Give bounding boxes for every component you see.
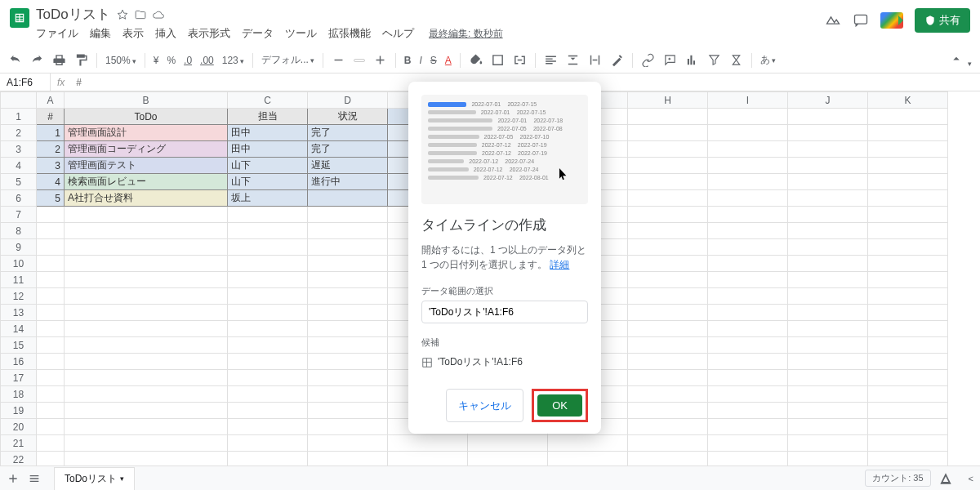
- cell[interactable]: 管理画面コーディング: [65, 141, 228, 158]
- cloud-icon[interactable]: [153, 9, 164, 20]
- menu-data[interactable]: データ: [242, 26, 274, 41]
- text-color-icon[interactable]: A: [445, 55, 452, 66]
- star-icon[interactable]: [117, 9, 128, 20]
- cell[interactable]: 田中: [228, 125, 308, 141]
- paint-format-icon[interactable]: [74, 53, 88, 67]
- cell[interactable]: 担当: [228, 109, 308, 125]
- cell[interactable]: 完了: [308, 141, 388, 158]
- add-sheet-icon[interactable]: [7, 472, 20, 485]
- formula-content[interactable]: #: [71, 77, 82, 88]
- filter-icon[interactable]: [707, 53, 721, 67]
- col-J[interactable]: J: [788, 92, 868, 109]
- cell[interactable]: 1: [37, 125, 65, 141]
- cancel-button[interactable]: キャンセル: [446, 389, 523, 422]
- col-A[interactable]: A: [37, 92, 65, 109]
- meet-icon[interactable]: [880, 12, 903, 29]
- toolbar-more-icon[interactable]: [949, 51, 972, 69]
- cell[interactable]: 検索画面レビュー: [65, 174, 228, 190]
- menu-ext[interactable]: 拡張機能: [328, 26, 371, 41]
- row-2[interactable]: 2: [1, 125, 37, 141]
- cell[interactable]: 2: [37, 141, 65, 158]
- cell[interactable]: 坂上: [228, 190, 308, 207]
- comment-icon[interactable]: [853, 12, 869, 29]
- col-C[interactable]: C: [228, 92, 308, 109]
- menu-insert[interactable]: 挿入: [155, 26, 176, 41]
- dec-decrease-icon[interactable]: .0: [184, 55, 192, 66]
- select-all-corner[interactable]: [1, 92, 37, 109]
- col-H[interactable]: H: [628, 92, 708, 109]
- chevron-down-icon[interactable]: ▾: [120, 474, 124, 483]
- font-size-dec-icon[interactable]: [332, 53, 345, 67]
- wrap-icon[interactable]: [588, 53, 602, 67]
- cell[interactable]: 3: [37, 158, 65, 174]
- strike-icon[interactable]: S: [430, 55, 437, 66]
- menu-format[interactable]: 表示形式: [188, 26, 230, 41]
- redo-icon[interactable]: [30, 53, 44, 67]
- col-I[interactable]: I: [708, 92, 788, 109]
- cell[interactable]: 4: [37, 174, 65, 190]
- name-box[interactable]: A1:F6: [0, 74, 51, 91]
- merge-icon[interactable]: [513, 53, 527, 67]
- font-select[interactable]: デフォル...: [261, 53, 314, 67]
- last-edit[interactable]: 最終編集: 数秒前: [429, 27, 503, 41]
- menu-file[interactable]: ファイル: [36, 26, 78, 41]
- dec-increase-icon[interactable]: .00: [200, 55, 214, 66]
- candidate-item[interactable]: 'ToDoリスト'!A1:F6: [421, 355, 588, 369]
- cell[interactable]: 山下: [228, 158, 308, 174]
- chart-icon[interactable]: [685, 53, 699, 67]
- bold-icon[interactable]: B: [404, 55, 412, 66]
- count-status[interactable]: カウント: 35: [865, 470, 930, 487]
- col-D[interactable]: D: [308, 92, 388, 109]
- halign-icon[interactable]: [544, 53, 558, 67]
- sheet-tab[interactable]: ToDoリスト ▾: [54, 467, 135, 490]
- col-B[interactable]: B: [65, 92, 228, 109]
- cell[interactable]: 遅延: [308, 158, 388, 174]
- percent-icon[interactable]: %: [167, 55, 176, 66]
- row-3[interactable]: 3: [1, 141, 37, 158]
- cell[interactable]: 管理画面テスト: [65, 158, 228, 174]
- side-panel-toggle-icon[interactable]: <: [969, 474, 973, 483]
- menu-tools[interactable]: ツール: [285, 26, 317, 41]
- cell[interactable]: #: [37, 109, 65, 125]
- currency-icon[interactable]: ¥: [154, 55, 159, 66]
- fill-color-icon[interactable]: [469, 53, 483, 67]
- italic-icon[interactable]: I: [419, 55, 421, 66]
- menu-help[interactable]: ヘルプ: [382, 26, 414, 41]
- link-icon[interactable]: [641, 53, 655, 67]
- col-K[interactable]: K: [868, 92, 948, 109]
- add-comment-icon[interactable]: [663, 53, 677, 67]
- cell[interactable]: 田中: [228, 141, 308, 158]
- cell[interactable]: 管理画面設計: [65, 125, 228, 141]
- explore-icon[interactable]: [939, 472, 952, 485]
- cell[interactable]: ToDo: [65, 109, 228, 125]
- font-size-inc-icon[interactable]: [373, 53, 387, 67]
- ime-icon[interactable]: あ: [760, 53, 776, 67]
- row-1[interactable]: 1: [1, 109, 37, 125]
- menu-edit[interactable]: 編集: [90, 26, 111, 41]
- cell[interactable]: 山下: [228, 174, 308, 190]
- cell[interactable]: 状況: [308, 109, 388, 125]
- rotate-icon[interactable]: [610, 53, 624, 67]
- range-input[interactable]: [421, 301, 588, 323]
- functions-icon[interactable]: [729, 53, 743, 67]
- borders-icon[interactable]: [491, 53, 505, 67]
- font-size[interactable]: [354, 59, 365, 62]
- history-icon[interactable]: [825, 12, 841, 29]
- menu-view[interactable]: 表示: [122, 26, 144, 41]
- number-format[interactable]: 123: [222, 55, 244, 66]
- cell[interactable]: 5: [37, 190, 65, 207]
- undo-icon[interactable]: [8, 53, 22, 67]
- print-icon[interactable]: [52, 53, 66, 67]
- learn-more-link[interactable]: 詳細: [550, 259, 569, 270]
- cell[interactable]: 進行中: [308, 174, 388, 190]
- cell[interactable]: 完了: [308, 125, 388, 141]
- row-5[interactable]: 5: [1, 174, 37, 190]
- ok-button[interactable]: OK: [537, 394, 582, 416]
- zoom-select[interactable]: 150%: [105, 55, 136, 66]
- row-6[interactable]: 6: [1, 190, 37, 207]
- cell[interactable]: [308, 190, 388, 207]
- all-sheets-icon[interactable]: [28, 472, 41, 485]
- cell[interactable]: A社打合せ資料: [65, 190, 228, 207]
- move-icon[interactable]: [135, 9, 146, 20]
- share-button[interactable]: 共有: [915, 8, 970, 33]
